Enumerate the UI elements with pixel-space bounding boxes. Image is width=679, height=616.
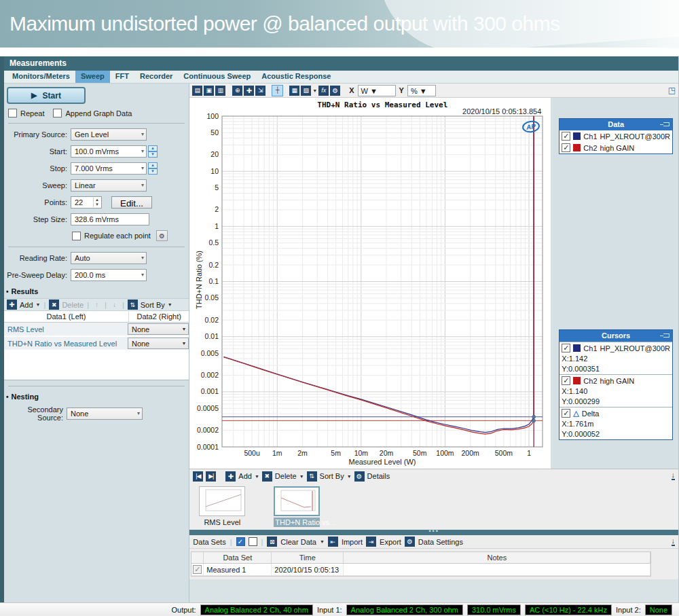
clear-data-button[interactable]: Clear Data	[280, 538, 316, 546]
dataset-notes[interactable]	[344, 564, 650, 575]
strip-add-button[interactable]: Add	[238, 472, 252, 480]
input1-config-badge[interactable]: Analog Balanced 2 Ch, 300 ohm	[346, 604, 463, 615]
results-sort-by-button[interactable]: Sort By	[141, 301, 165, 309]
last-result-icon[interactable]: ▶|	[206, 471, 216, 482]
zoom-icon[interactable]: ⊕	[232, 86, 242, 96]
export-icon[interactable]: ⇥	[366, 537, 376, 547]
fit-view-icon[interactable]: ⇲	[255, 86, 265, 96]
input2-config-badge[interactable]: None	[645, 604, 672, 615]
thumbnail-thdn-ratio[interactable]: THD+N Ratio vs...	[274, 486, 320, 530]
data-settings-gear-icon[interactable]: ⚙	[405, 537, 415, 547]
repeat-checkbox[interactable]	[8, 109, 17, 117]
chart-canvas[interactable]: 1005020105210.50.20.10.050.020.010.0050.…	[189, 98, 551, 469]
input1-level-badge[interactable]: 310.0 mVrms	[467, 604, 521, 615]
step-up-icon[interactable]: ▲	[148, 145, 158, 151]
thumbnail-rms-level[interactable]: RMS Level	[199, 486, 245, 530]
copy-image-icon[interactable]: ▣	[204, 86, 214, 96]
step-down-icon[interactable]: ▼	[148, 151, 158, 158]
graph-settings-gear-icon[interactable]: ⚙	[330, 86, 340, 96]
cursor-crosshair-icon[interactable]: ┼	[272, 86, 282, 96]
strip-sort-by-button[interactable]: Sort By	[320, 472, 344, 480]
tab-acoustic-response[interactable]: Acoustic Response	[256, 71, 336, 83]
stop-level-input[interactable]: 7.000 Vrms ▾	[71, 162, 147, 175]
popout-window-icon[interactable]: ◳	[668, 86, 676, 95]
secondary-source-select[interactable]: None ▾	[67, 407, 143, 420]
pre-sweep-delay-select[interactable]: 200.0 ms ▾	[71, 269, 147, 281]
chevron-down-icon[interactable]: ▼	[168, 302, 172, 307]
export-button[interactable]: Export	[380, 538, 401, 546]
stop-level-stepper[interactable]: ▲▼	[148, 162, 158, 175]
input1-coupling-badge[interactable]: AC (<10 Hz) - 22.4 kHz	[525, 604, 612, 615]
fx-scaling-icon[interactable]: fx	[318, 86, 329, 96]
strip-details-button[interactable]: Details	[367, 472, 390, 480]
primary-source-select[interactable]: Gen Level ▾	[71, 128, 147, 141]
import-button[interactable]: Import	[342, 538, 363, 546]
add-icon[interactable]: ✚	[225, 471, 236, 482]
result-row-thdn-ratio[interactable]: THD+N Ratio vs Measured Level None ▼	[4, 337, 189, 351]
move-down-icon[interactable]: ↓	[110, 301, 119, 308]
pan-icon[interactable]: ✚	[244, 86, 254, 96]
thumbnail-preview[interactable]	[199, 486, 245, 516]
chevron-down-icon[interactable]: ▼	[36, 302, 41, 307]
cursors-panel-header[interactable]: Cursors	[559, 330, 672, 342]
ch1-visible-checkbox[interactable]	[562, 132, 570, 141]
delete-icon[interactable]: ✖	[49, 300, 59, 310]
step-down-icon[interactable]: ▼	[93, 202, 100, 207]
data2-select[interactable]: None ▼	[128, 323, 189, 335]
data-panel-header[interactable]: Data	[559, 119, 672, 130]
step-up-icon[interactable]: ▲	[148, 162, 158, 168]
sort-icon[interactable]: ⇅	[128, 300, 138, 310]
first-result-icon[interactable]: |◀	[193, 471, 203, 482]
graph-style-icon[interactable]: ▨	[301, 86, 311, 96]
tab-monitors-meters[interactable]: Monitors/Meters	[7, 71, 75, 83]
step-up-icon[interactable]: ▲	[93, 198, 100, 202]
start-button[interactable]: ▶ Start	[7, 87, 86, 104]
points-stepper[interactable]: 22 ▲▼	[71, 196, 102, 209]
thumbnail-preview[interactable]	[274, 486, 320, 516]
dataset-row-measured-1[interactable]: Measured 1 2020/10/15 0:05:13	[191, 564, 650, 576]
results-add-button[interactable]: Add	[20, 301, 33, 309]
dataset-checkbox[interactable]	[193, 565, 202, 574]
data2-select[interactable]: None ▼	[128, 338, 189, 349]
sort-icon[interactable]: ⇅	[307, 471, 317, 482]
add-icon[interactable]: ✚	[7, 300, 17, 310]
tab-fft[interactable]: FFT	[110, 71, 134, 83]
regulate-settings-gear-icon[interactable]: ⚙	[156, 230, 168, 241]
edit-points-button[interactable]: Edit...	[111, 196, 152, 209]
collapse-datasets-icon[interactable]: ↓	[672, 538, 676, 546]
data-grid-icon[interactable]: ▦	[289, 86, 299, 96]
collapse-strip-icon[interactable]: ↓	[672, 472, 676, 480]
cursor-delta-checkbox[interactable]	[562, 409, 570, 418]
save-graph-icon[interactable]: ▤	[192, 86, 202, 96]
results-delete-button[interactable]: Delete	[62, 301, 84, 309]
deselect-all-datasets-icon[interactable]	[249, 537, 257, 546]
data-settings-button[interactable]: Data Settings	[418, 538, 463, 546]
start-level-stepper[interactable]: ▲▼	[148, 145, 158, 158]
cursor-ch1-checkbox[interactable]	[562, 344, 570, 352]
tab-recorder[interactable]: Recorder	[134, 71, 178, 83]
sweep-type-select[interactable]: Linear ▾	[71, 179, 147, 192]
chevron-down-icon[interactable]: ▼	[299, 474, 304, 479]
step-down-icon[interactable]: ▼	[148, 168, 158, 175]
print-icon[interactable]: ▥	[215, 86, 225, 96]
thdn-chart[interactable]: 1005020105210.50.20.10.050.020.010.0050.…	[189, 98, 551, 469]
ch2-visible-checkbox[interactable]	[562, 143, 570, 152]
data-entry-ch1[interactable]: Ch1 HP_XLROUT@300R	[559, 130, 672, 142]
chevron-down-icon[interactable]: ▼	[312, 88, 317, 93]
tab-continuous-sweep[interactable]: Continuous Sweep	[178, 71, 256, 83]
select-all-datasets-icon[interactable]: ✓	[236, 537, 245, 546]
append-graph-data-checkbox[interactable]	[53, 109, 62, 117]
tab-sweep[interactable]: Sweep	[75, 71, 110, 83]
chevron-down-icon[interactable]: ▼	[347, 474, 352, 479]
x-axis-unit-select[interactable]: W ▼	[358, 85, 396, 96]
pin-icon[interactable]	[663, 333, 669, 338]
cursor-ch2-checkbox[interactable]	[562, 376, 570, 385]
strip-delete-button[interactable]: Delete	[275, 472, 297, 480]
step-size-input[interactable]: 328.6 mVrms	[71, 213, 149, 225]
reading-rate-select[interactable]: Auto ▾	[71, 252, 147, 264]
start-level-input[interactable]: 100.0 mVrms ▾	[71, 145, 147, 158]
delete-icon[interactable]: ✖	[262, 471, 272, 482]
import-icon[interactable]: ⇤	[328, 537, 338, 547]
regulate-each-point-checkbox[interactable]	[72, 232, 81, 240]
y-axis-unit-select[interactable]: % ▼	[407, 85, 436, 96]
